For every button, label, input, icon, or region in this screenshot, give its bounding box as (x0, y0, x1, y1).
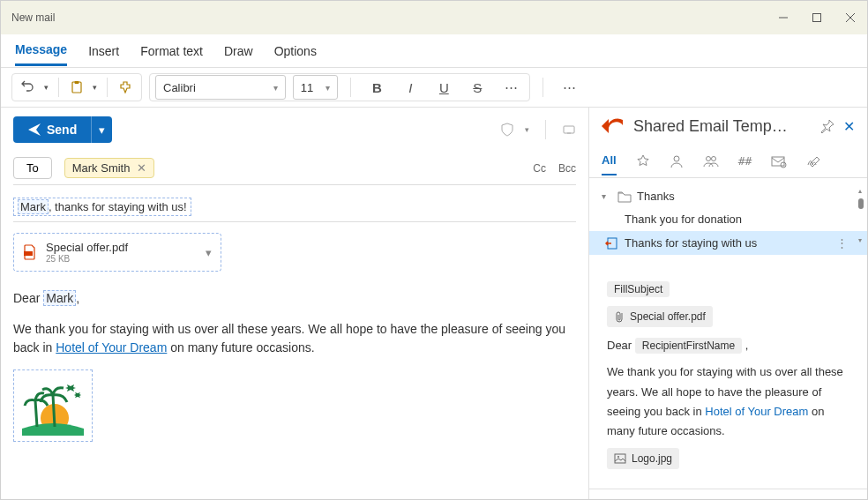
scrollbar[interactable]: ▴ ▾ (858, 187, 864, 213)
to-row: To Mark Smith ✕ Cc Bcc (13, 152, 576, 185)
logo-image (13, 369, 93, 442)
template-item-donation[interactable]: Thank you for donation (589, 207, 867, 231)
template-preview: FillSubject Special offer.pdf Dear Recip… (589, 262, 867, 489)
panel-tabs: All ## (589, 145, 867, 178)
template-item-label: Thanks for staying with us (625, 236, 757, 250)
toolbar: ▾ ▾ Calibri ▾ 11 ▾ B I U S ⋯ ⋯ (1, 68, 867, 108)
svg-rect-1 (813, 14, 821, 22)
font-size-value: 11 (301, 81, 313, 94)
subject-text: Mark, thanks for staying with us! (13, 198, 191, 216)
panel-title: Shared Email Temp… (633, 117, 812, 136)
pdf-icon (23, 244, 37, 260)
font-name-select[interactable]: Calibri ▾ (155, 75, 286, 100)
italic-icon[interactable]: I (397, 75, 423, 100)
bcc-button[interactable]: Bcc (558, 162, 576, 175)
toolbar-group-font: Calibri ▾ 11 ▾ B I U S ⋯ (149, 73, 530, 101)
bold-icon[interactable]: B (363, 75, 390, 100)
send-button-group: Send ▾ (13, 116, 112, 143)
tab-format-text[interactable]: Format text (140, 37, 203, 65)
strikethrough-icon[interactable]: S (464, 75, 490, 100)
svg-point-14 (781, 162, 786, 168)
undo-dropdown-icon[interactable]: ▾ (41, 77, 51, 98)
image-icon (614, 453, 626, 464)
cc-button[interactable]: Cc (533, 162, 546, 175)
panel-tab-people-icon[interactable] (703, 147, 719, 175)
body-para-after: on many future occasions. (167, 340, 314, 354)
send-icon (27, 123, 41, 137)
folder-label: Thanks (637, 190, 675, 203)
recipient-firstname-macro: RecipientFirstName (635, 338, 742, 354)
panel-tab-hash-icon[interactable]: ## (738, 147, 752, 175)
send-button[interactable]: Send (13, 116, 91, 143)
email-body[interactable]: Dear Mark, We thank you for staying with… (13, 289, 576, 447)
font-size-select[interactable]: 11 ▾ (293, 75, 338, 100)
tab-message[interactable]: Message (15, 35, 67, 66)
paste-icon[interactable] (66, 77, 87, 98)
recipient-chip[interactable]: Mark Smith ✕ (64, 158, 155, 178)
header-more-icon[interactable]: ▾ (525, 125, 529, 134)
chevron-down-icon: ▾ (602, 191, 612, 201)
preview-attachment-name: Special offer.pdf (630, 308, 706, 325)
panel-tab-mail-icon[interactable] (771, 147, 787, 175)
item-more-icon[interactable]: ⋮ (836, 236, 855, 250)
greeting-prefix: Dear (13, 291, 43, 305)
folder-icon (617, 190, 632, 203)
pin-icon[interactable] (820, 119, 834, 133)
folder-thanks[interactable]: ▾ Thanks (589, 185, 867, 207)
attachment-card[interactable]: Special offer.pdf 25 KB ▾ (13, 233, 221, 272)
template-item-staying[interactable]: Thanks for staying with us ⋮ (589, 231, 867, 255)
fillsubject-macro: FillSubject (607, 281, 670, 297)
svg-point-12 (711, 156, 715, 160)
preview-attachment: Special offer.pdf (607, 306, 713, 327)
attachment-name: Special offer.pdf (46, 241, 197, 254)
more-formatting-icon[interactable]: ⋯ (498, 75, 524, 100)
tab-insert[interactable]: Insert (88, 37, 119, 65)
underline-icon[interactable]: U (430, 75, 457, 100)
minimize-icon[interactable] (777, 11, 789, 24)
svg-point-17 (617, 456, 619, 458)
subject-macro: Mark (18, 199, 49, 214)
attachment-chevron-icon[interactable]: ▾ (206, 246, 212, 259)
teaching-icon[interactable] (562, 123, 576, 137)
svg-rect-13 (772, 157, 784, 166)
format-painter-icon[interactable] (115, 77, 136, 98)
panel-header: Shared Email Temp… ✕ (589, 108, 867, 145)
ribbon-tabs: Message Insert Format text Draw Options (1, 34, 867, 68)
send-dropdown[interactable]: ▾ (91, 116, 112, 143)
greeting-macro: Mark (43, 290, 76, 306)
back-icon[interactable] (602, 116, 625, 136)
hotel-link[interactable]: Hotel of Your Dream (56, 340, 167, 354)
subject-row[interactable]: Mark, thanks for staying with us! (13, 192, 576, 222)
paste-dropdown-icon[interactable]: ▾ (89, 77, 100, 98)
chevron-down-icon: ▾ (326, 83, 330, 93)
panel-tab-person-icon[interactable] (670, 147, 684, 175)
panel-tab-all[interactable]: All (602, 146, 617, 175)
undo-icon[interactable] (18, 77, 39, 98)
preview-greeting-prefix: Dear (607, 339, 635, 352)
compose-area: Send ▾ ▾ To Mark Smith ✕ Cc Bcc (1, 108, 588, 500)
font-name-value: Calibri (163, 81, 196, 94)
paperclip-icon (614, 310, 625, 323)
subject-rest: , thanks for staying with us! (49, 200, 187, 213)
preview-logo: Logo.jpg (607, 448, 679, 469)
more-commands-icon[interactable]: ⋯ (556, 75, 582, 100)
send-label: Send (47, 123, 77, 137)
encryption-icon[interactable] (500, 123, 514, 137)
maximize-icon[interactable] (811, 11, 823, 24)
remove-recipient-icon[interactable]: ✕ (137, 161, 146, 175)
titlebar: New mail (1, 1, 867, 34)
to-button[interactable]: To (13, 157, 52, 179)
insert-template-icon (605, 237, 617, 250)
preview-hotel-link[interactable]: Hotel of Your Dream (705, 405, 808, 418)
preview-logo-name: Logo.jpg (632, 450, 672, 467)
panel-close-icon[interactable]: ✕ (843, 118, 855, 135)
tab-draw[interactable]: Draw (224, 37, 253, 65)
svg-rect-8 (24, 251, 33, 256)
panel-tab-sign-icon[interactable] (806, 147, 822, 175)
panel-footer: New template ## ⋯ (589, 489, 867, 500)
recipient-name: Mark Smith (72, 161, 131, 175)
close-icon[interactable] (844, 11, 857, 24)
tab-options[interactable]: Options (274, 37, 317, 65)
chevron-down-icon: ▾ (273, 83, 278, 93)
panel-tab-favorites-icon[interactable] (636, 147, 650, 175)
